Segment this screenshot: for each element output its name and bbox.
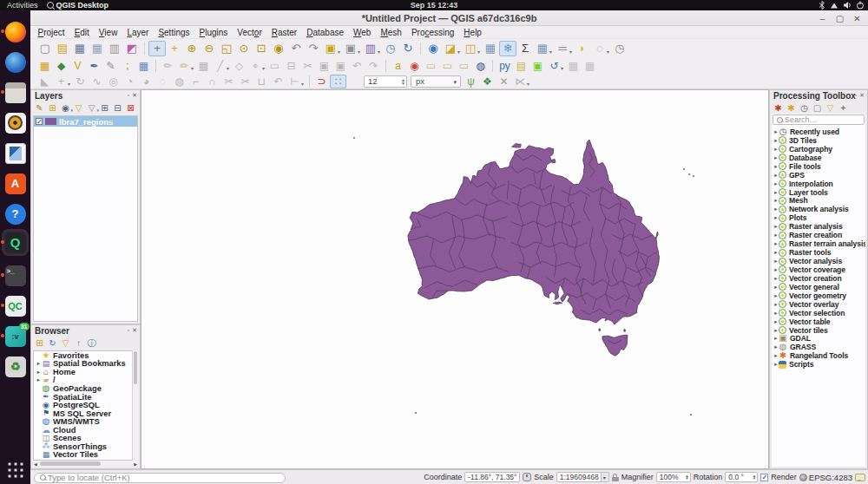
measure-button[interactable]: ═	[554, 41, 571, 56]
offset-curve-button[interactable]: ∩	[204, 75, 220, 88]
messages-icon[interactable]	[855, 474, 865, 481]
crs-indicator[interactable]: EPSG:4283	[799, 473, 852, 482]
properties-widget-button[interactable]: ⓘ	[86, 337, 97, 349]
current-edits-button[interactable]: ✏	[176, 59, 193, 73]
undo-plugin-button[interactable]: ↺	[546, 59, 562, 73]
manage-themes-button[interactable]: ◉	[60, 102, 71, 114]
save-edits-button[interactable]: ▦	[195, 59, 212, 73]
processing-group[interactable]: Vector general	[772, 283, 865, 291]
processing-group[interactable]: Vector coverage	[772, 265, 865, 274]
freeze-canvas-button[interactable]: ❄	[499, 41, 516, 56]
python-console-button[interactable]: py	[496, 59, 513, 73]
layer-labeling-button[interactable]: a	[390, 59, 406, 73]
filter-expression-button[interactable]: ▽	[86, 102, 97, 114]
processing-group[interactable]: Vector overlay	[772, 300, 865, 309]
thunderbird-icon[interactable]	[3, 50, 27, 74]
split-parts-button[interactable]: ✂	[237, 75, 253, 88]
locate-bar[interactable]	[34, 473, 286, 483]
project-new-button[interactable]: ▢	[36, 41, 54, 56]
merge-features-button[interactable]: ⊔	[253, 75, 270, 88]
firefox-icon[interactable]	[3, 20, 27, 43]
edit-features-filter-button[interactable]: ▽	[825, 102, 836, 114]
deselect-features-button[interactable]: ◫	[462, 41, 479, 56]
statistics-button[interactable]: Σ	[516, 41, 534, 56]
libreoffice-icon[interactable]	[3, 141, 27, 165]
map-canvas[interactable]	[141, 89, 769, 469]
browser-item[interactable]: Spatial Bookmarks	[34, 360, 137, 369]
volume-icon[interactable]	[843, 1, 852, 10]
vertex-tool-button[interactable]: ⌖	[247, 59, 264, 73]
add-ring-button[interactable]: ◎	[105, 75, 122, 88]
zoom-last-button[interactable]: ↶	[287, 41, 305, 56]
processing-group[interactable]: Mesh	[772, 197, 865, 206]
notes-button[interactable]: ▤	[513, 59, 529, 73]
delete-part-button[interactable]: ◍	[171, 75, 187, 88]
undo-button[interactable]: ↶	[349, 59, 365, 73]
rotate-feature-button[interactable]: ↻	[72, 75, 89, 88]
processing-group[interactable]: Recently used	[772, 128, 865, 136]
collapse-all-button[interactable]: ⊟	[112, 102, 123, 114]
snapping-tolerance-input[interactable]: 12▲▼	[364, 75, 407, 88]
remove-layer-button[interactable]: ⊠	[125, 102, 136, 114]
magnifier-input[interactable]: 100%▲▼	[656, 472, 691, 482]
project-save-button[interactable]: ▦	[71, 41, 89, 56]
processing-group[interactable]: Raster terrain analysis	[772, 239, 865, 248]
zoom-in-button[interactable]: ⊕	[183, 41, 201, 56]
move-feature-button[interactable]: +	[53, 75, 69, 88]
processing-group[interactable]: Scripts	[772, 360, 865, 369]
processing-group[interactable]: Rangeland Tools	[772, 351, 865, 360]
processing-group[interactable]: Layer tools	[772, 188, 865, 197]
browser-item[interactable]: Home	[34, 368, 137, 376]
map-tips-button[interactable]: ◗	[574, 41, 591, 56]
history-models-button[interactable]: ✱	[773, 102, 784, 114]
add-part-button[interactable]: ◔	[122, 75, 138, 88]
delete-ring-button[interactable]: ◌	[155, 75, 171, 88]
tracing-enable-button[interactable]: ψ	[463, 75, 479, 88]
pan-map-button[interactable]: +	[148, 41, 166, 56]
rotate-symbols-button[interactable]: ↶	[270, 75, 286, 88]
browser-close-button[interactable]: ✕	[132, 327, 137, 334]
new-model-button[interactable]: ✱	[786, 102, 797, 114]
new-print-layout-button[interactable]: ▥	[106, 41, 123, 56]
processing-group[interactable]: Vector creation	[772, 274, 865, 283]
processing-group[interactable]: Interpolation	[772, 180, 865, 188]
temporal-controller-button[interactable]: ◷	[382, 41, 399, 56]
processing-close-button[interactable]: ✕	[859, 92, 865, 99]
processing-group[interactable]: Raster analysis	[772, 222, 865, 231]
paste-features-button[interactable]: ▣	[332, 59, 349, 73]
label-toolbar-3-button[interactable]: ▭	[456, 59, 472, 73]
expand-all-button[interactable]: ⊞	[99, 102, 110, 114]
layer-diagram-button[interactable]: ◉	[406, 59, 423, 73]
osm-search-button[interactable]: ◌	[591, 41, 608, 56]
coordinate-input[interactable]: -11.86°, 71.35°	[464, 472, 520, 482]
add-delimited-text-button[interactable]: ⁏	[119, 59, 135, 73]
processing-search-input[interactable]	[785, 115, 854, 124]
bookmarks-button[interactable]: ▥	[362, 41, 379, 56]
browser-item[interactable]: GeoPackage	[34, 384, 137, 393]
refresh-browser-button[interactable]: ↻	[47, 337, 58, 349]
browser-vscrollbar[interactable]	[132, 350, 138, 461]
layer-item-lbra7-regions[interactable]: ✓ lbra7_regions	[34, 116, 137, 127]
zoom-native-button[interactable]: ◉	[270, 41, 287, 56]
processing-group[interactable]: Plots	[772, 213, 865, 222]
zoom-next-button[interactable]: ↷	[305, 41, 322, 56]
processing-group[interactable]: File tools	[772, 162, 865, 171]
refresh-map-button[interactable]: ↻	[399, 41, 417, 56]
qgc-icon[interactable]: QC	[3, 294, 27, 317]
new-scratch-layer-button[interactable]: ✎	[102, 59, 119, 73]
processing-plugin-button[interactable]: ▣	[529, 59, 546, 73]
network-icon[interactable]	[830, 1, 838, 10]
qgis-icon[interactable]: Q	[3, 231, 27, 254]
processing-group[interactable]: Raster tools	[772, 248, 865, 257]
snapping-toggle-button[interactable]: ⊃	[313, 75, 330, 88]
app-grid-icon[interactable]	[3, 458, 27, 481]
render-checkbox[interactable]: ✓	[760, 474, 768, 481]
toggle-editing-button[interactable]: ✏	[160, 59, 176, 73]
cut-features-button[interactable]: ✂	[299, 59, 316, 73]
digitize-line-button[interactable]: ╱	[212, 59, 228, 73]
new-3d-map-view-button[interactable]: ▣	[342, 41, 359, 56]
style-manager-button[interactable]: ◩	[123, 41, 141, 56]
locate-input[interactable]	[48, 473, 265, 482]
processing-group[interactable]: Network analysis	[772, 205, 865, 213]
trash-icon[interactable]: ♻	[3, 355, 27, 378]
